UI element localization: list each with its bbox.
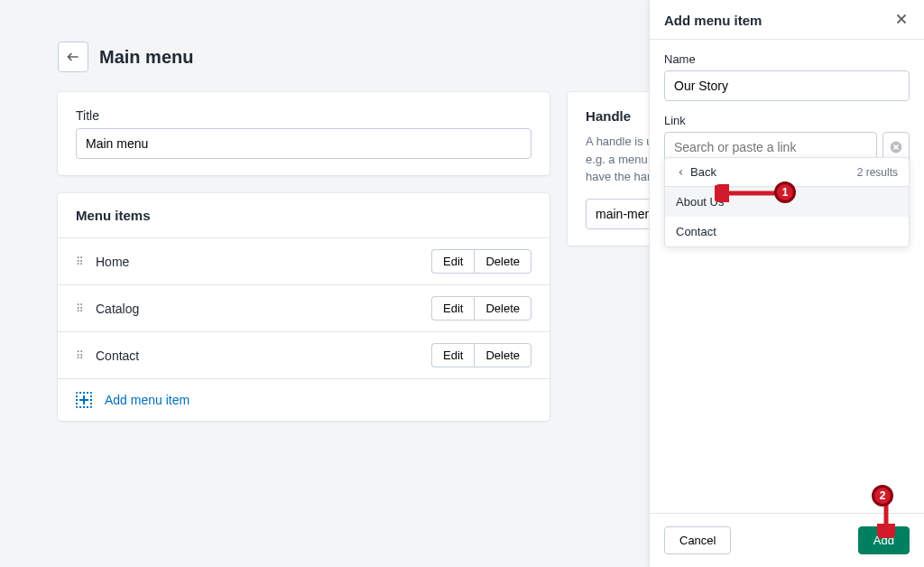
chevron-left-icon	[676, 168, 685, 177]
delete-button[interactable]: Delete	[474, 296, 531, 321]
annotation-badge-2: 2	[872, 485, 893, 507]
close-button[interactable]	[893, 11, 910, 30]
delete-button[interactable]: Delete	[474, 249, 531, 274]
link-field-label: Link	[664, 114, 910, 127]
drag-handle-icon[interactable]: ⠿	[76, 256, 85, 268]
name-input[interactable]	[664, 70, 910, 101]
add-menu-item-panel: Add menu item Name Link Back 2 results	[649, 0, 924, 567]
add-menu-item-label: Add menu item	[105, 393, 189, 407]
dropdown-back-button[interactable]: Back	[676, 165, 716, 179]
arrow-left-icon	[66, 50, 80, 64]
add-icon	[76, 392, 92, 408]
annotation-arrow-2	[877, 502, 895, 538]
name-field-label: Name	[664, 52, 910, 66]
close-icon	[893, 11, 910, 27]
page-title: Main menu	[99, 47, 193, 68]
drag-handle-icon[interactable]: ⠿	[76, 302, 85, 315]
menu-item-label: Catalog	[96, 302, 139, 316]
cancel-button[interactable]: Cancel	[664, 526, 731, 554]
menu-items-card: Menu items ⠿ Home Edit Delete	[58, 193, 550, 421]
delete-button[interactable]: Delete	[474, 343, 531, 367]
title-label: Title	[76, 108, 531, 123]
edit-button[interactable]: Edit	[431, 249, 474, 274]
menu-item-label: Home	[96, 255, 129, 269]
back-button[interactable]	[58, 42, 88, 72]
menu-item-row: ⠿ Contact Edit Delete	[58, 332, 550, 379]
menu-item-row: ⠿ Catalog Edit Delete	[58, 285, 550, 332]
dropdown-results-count: 2 results	[857, 166, 898, 179]
menu-item-label: Contact	[96, 349, 139, 363]
annotation-badge-1: 1	[774, 181, 796, 203]
edit-button[interactable]: Edit	[431, 296, 474, 321]
menu-items-heading: Menu items	[58, 193, 550, 237]
menu-item-row: ⠿ Home Edit Delete	[58, 238, 550, 285]
drag-handle-icon[interactable]: ⠿	[76, 349, 85, 362]
dropdown-item-contact[interactable]: Contact	[665, 217, 909, 246]
add-menu-item-link[interactable]: Add menu item	[58, 379, 550, 421]
clear-circle-icon	[889, 140, 903, 154]
title-input[interactable]	[76, 128, 531, 159]
edit-button[interactable]: Edit	[431, 343, 474, 367]
title-card: Title	[58, 92, 550, 175]
panel-title: Add menu item	[664, 13, 762, 28]
